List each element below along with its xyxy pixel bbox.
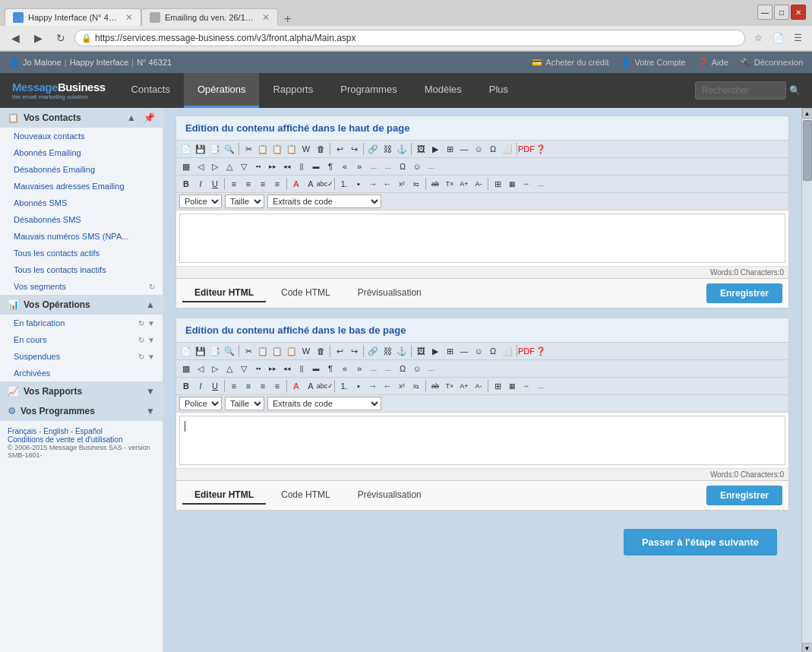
sidebar-item-desabonnes-emailing[interactable]: Désabonnés Emailing (0, 161, 163, 178)
toolbar-align-justify[interactable]: ≡ (270, 177, 284, 191)
sidebar-item-contacts-actifs[interactable]: Tous les contacts actifs (0, 245, 163, 261)
toolbar-paste-word[interactable]: W (299, 142, 313, 156)
toolbar-b-font-color[interactable]: A (289, 379, 303, 393)
encours-refresh-icon[interactable]: ↻ (138, 336, 144, 344)
toolbar-b2-pilcrow[interactable]: ¶ (324, 362, 337, 375)
toolbar-b2-col-right[interactable]: ▷ (208, 362, 222, 375)
toolbar-b-table3[interactable]: ⊞ (491, 379, 504, 393)
minimize-button[interactable]: — (757, 5, 773, 20)
save-button-top[interactable]: Enregistrer (706, 283, 782, 303)
toolbar-indent-less[interactable]: ← (381, 177, 394, 191)
help-link[interactable]: ❓ Aide (698, 58, 728, 68)
nav-item-rapports[interactable]: Rapports (259, 73, 327, 108)
nav-item-modeles[interactable]: Modèles (411, 73, 476, 108)
toolbar-table3[interactable]: ⊞ (491, 177, 504, 191)
logout-link[interactable]: 🔌 Déconnexion (741, 58, 803, 68)
search-input[interactable] (695, 81, 786, 100)
maximize-button[interactable]: □ (774, 5, 789, 20)
toolbar-b2-t4[interactable]: || (295, 362, 308, 375)
toolbar-b-paste-text[interactable]: 📋 (285, 344, 299, 358)
editor-top-body[interactable] (179, 214, 785, 263)
size-select[interactable]: Taille (225, 195, 264, 208)
toolbar-b-help[interactable]: ❓ (534, 344, 548, 358)
sidebar-item-abonnes-emailing[interactable]: Abonnés Emailing (0, 144, 163, 161)
page-icon[interactable]: 📄 (769, 30, 786, 46)
account-link[interactable]: 👤 Votre Compte (621, 58, 685, 68)
toolbar-save[interactable]: 💾 (194, 142, 207, 156)
buy-credit-link[interactable]: 💳 Acheter du crédit (532, 58, 608, 68)
toolbar-b-special-char[interactable]: Ω (486, 344, 500, 358)
toolbar-highlight[interactable]: A (304, 177, 318, 191)
code-select-bottom[interactable]: Extraits de code (267, 397, 381, 410)
toolbar-b-t9[interactable]: … (534, 379, 548, 393)
size-select-bottom[interactable]: Taille (225, 397, 264, 410)
toolbar-b-ol[interactable]: 1. (337, 379, 351, 393)
toolbar-image[interactable]: 🖼 (414, 142, 428, 156)
toolbar-b2-row-down[interactable]: ▽ (237, 362, 251, 375)
toolbar-table[interactable]: ⊞ (443, 142, 457, 156)
toolbar-b-indent-more[interactable]: → (366, 379, 380, 393)
toolbar-b-align-right[interactable]: ≡ (256, 379, 270, 393)
scroll-down-button[interactable]: ▼ (802, 643, 813, 652)
scroll-thumb[interactable] (803, 120, 812, 181)
toolbar-b-new-doc[interactable]: 📄 (179, 344, 193, 358)
toolbar-omega[interactable]: Ω (396, 160, 409, 173)
toolbar-b2-t2[interactable]: ▸▸ (266, 362, 280, 375)
search-icon[interactable]: 🔍 (786, 82, 803, 99)
toolbar-b2-t3[interactable]: ◂◂ (280, 362, 294, 375)
toolbar-t7[interactable]: … (381, 160, 395, 173)
toolbar-pdf[interactable]: PDF (520, 142, 533, 156)
toolbar-b-underline[interactable]: U (208, 379, 222, 393)
toolbar-b2-row-up[interactable]: △ (223, 362, 236, 375)
toolbar-b-sub[interactable]: x₂ (409, 379, 423, 393)
toolbar-b2-omega[interactable]: Ω (396, 362, 409, 375)
toolbar-resize[interactable]: ↔ (520, 177, 533, 191)
tab-preview-top[interactable]: Prévisualisation (346, 284, 434, 302)
toolbar-textzoom-in[interactable]: A+ (457, 177, 471, 191)
suspendues-refresh-icon[interactable]: ↻ (138, 353, 144, 361)
toolbar-b-spellcheck[interactable]: abc✓ (318, 379, 332, 393)
toolbar-col-right[interactable]: ▷ (208, 160, 222, 173)
toolbar-templates[interactable]: 📑 (208, 142, 222, 156)
toolbar-b-align-center[interactable]: ≡ (242, 379, 255, 393)
toolbar-sup[interactable]: x² (395, 177, 409, 191)
toolbar-b-bold[interactable]: B (179, 379, 193, 393)
toolbar-align-center[interactable]: ≡ (242, 177, 255, 191)
toolbar-strikethrough[interactable]: ab (428, 177, 442, 191)
segments-refresh-icon[interactable]: ↻ (149, 283, 155, 291)
toolbar-b-smiley[interactable]: ☺ (472, 344, 485, 358)
toolbar-table2[interactable]: ▦ (179, 160, 193, 173)
toolbar-bold[interactable]: B (179, 177, 193, 191)
sidebar-item-nouveaux-contacts[interactable]: Nouveaux contacts (0, 128, 163, 144)
new-tab-button[interactable]: + (278, 12, 297, 26)
toolbar-flash[interactable]: ▶ (428, 142, 442, 156)
toolbar-b-ul[interactable]: • (352, 379, 365, 393)
toolbar-sub[interactable]: x₂ (409, 177, 423, 191)
toolbar-indent-more[interactable]: → (366, 177, 380, 191)
sidebar-item-archivees[interactable]: Archivées (0, 365, 163, 381)
editor-bottom-body[interactable] (179, 416, 785, 465)
toolbar-t1[interactable]: ▪▪ (251, 160, 265, 173)
next-step-button[interactable]: Passer à l'étape suivante (624, 529, 777, 555)
toolbar-b-removeformat[interactable]: T× (443, 379, 457, 393)
toolbar-b-strikethrough[interactable]: ab (428, 379, 442, 393)
toolbar-b-save[interactable]: 💾 (194, 344, 207, 358)
toolbar-b2-rq[interactable]: » (352, 362, 366, 375)
toolbar-b-italic[interactable]: I (194, 379, 207, 393)
toolbar-preview[interactable]: 🔍 (223, 142, 236, 156)
nav-item-programmes[interactable]: Programmes (327, 73, 410, 108)
toolbar-b-textzoom-in[interactable]: A+ (457, 379, 471, 393)
forward-button[interactable]: ▶ (29, 29, 47, 47)
encours-expand-icon[interactable]: ▼ (147, 336, 155, 344)
fabrication-expand-icon[interactable]: ▼ (147, 319, 155, 328)
toolbar-b-resize[interactable]: ↔ (520, 379, 533, 393)
toolbar-b-link[interactable]: 🔗 (366, 344, 380, 358)
toolbar-b2-t5[interactable]: ▬ (309, 362, 323, 375)
toolbar-b-unlink[interactable]: ⛓ (381, 344, 394, 358)
sidebar-section-programmes[interactable]: ⚙ Vos Programmes ▼ (0, 401, 163, 421)
toolbar-t3[interactable]: ◂◂ (280, 160, 294, 173)
nav-item-contacts[interactable]: Contacts (118, 73, 184, 108)
toolbar-paste-text[interactable]: 📋 (285, 142, 299, 156)
toolbar-paste[interactable]: 📋 (270, 142, 284, 156)
toolbar-t6[interactable]: … (367, 160, 381, 173)
